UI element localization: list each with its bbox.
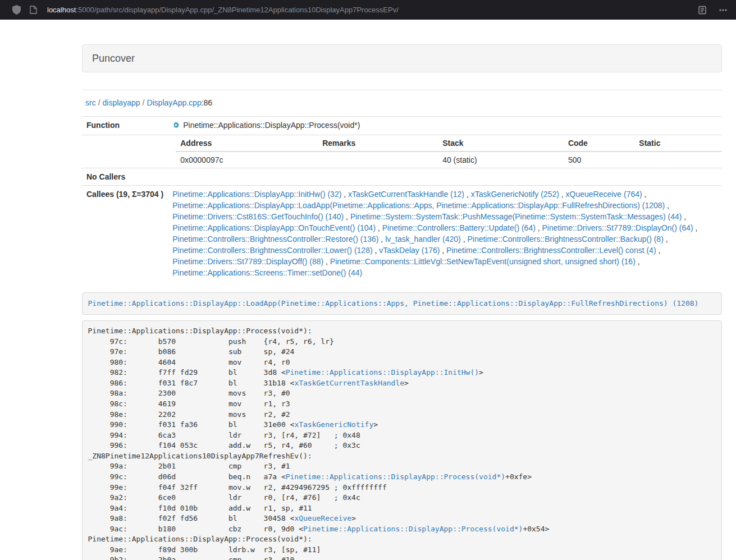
callee-link[interactable]: xQueueReceive (764) — [566, 190, 642, 199]
detail-header-address: Address — [176, 135, 318, 152]
callee-link[interactable]: Pinetime::Drivers::Cst816S::GetTouchInfo… — [172, 212, 344, 221]
no-callers-row: No Callers — [82, 168, 722, 186]
content: Puncover src/displayapp/DisplayApp.cpp:8… — [82, 44, 722, 560]
callee-link[interactable]: Pinetime::System::SystemTask::PushMessag… — [350, 212, 682, 221]
callee-link[interactable]: Pinetime::Drivers::St7789::DisplayOn() (… — [542, 223, 693, 232]
browser-topbar: localhost:5000/path/src/displayapp/Displ… — [0, 0, 736, 20]
callees-list: Pinetime::Applications::DisplayApp::Init… — [168, 186, 722, 282]
callee-link[interactable]: Pinetime::Drivers::St7789::DisplayOff() … — [172, 257, 323, 266]
no-callers-cell — [168, 168, 722, 186]
callees-label: Callees (19, Σ=3704 ) — [82, 186, 168, 282]
highlighted-callee-link[interactable]: Pinetime::Applications::DisplayApp::Load… — [88, 299, 699, 307]
breadcrumb-separator: / — [143, 98, 145, 107]
callee-link[interactable]: xTaskGenericNotify (252) — [471, 190, 559, 199]
callee-link[interactable]: vTaskDelay (176) — [379, 246, 440, 255]
shield-icon[interactable] — [12, 5, 21, 15]
detail-code: 500 — [564, 152, 634, 168]
callee-link[interactable]: Pinetime::Controllers::BrightnessControl… — [172, 235, 378, 244]
asm-symbol-link[interactable]: Pinetime::Applications::DisplayApp::Proc… — [303, 525, 523, 533]
asm-symbol-link[interactable]: Pinetime::Applications::DisplayApp::Proc… — [286, 472, 505, 481]
callee-link[interactable]: Pinetime::Applications::DisplayApp::Load… — [172, 201, 665, 210]
callee-link[interactable]: Pinetime::Controllers::Battery::Update()… — [382, 223, 536, 232]
breadcrumb: src/displayapp/DisplayApp.cpp:86 — [85, 98, 722, 107]
highlighted-callee-panel: Pinetime::Applications::DisplayApp::Load… — [82, 292, 722, 315]
detail-static — [634, 152, 722, 168]
detail-header-stack: Stack — [438, 135, 564, 152]
breadcrumb-link-file[interactable]: DisplayApp.cpp — [147, 98, 201, 107]
breadcrumb-line-number: :86 — [202, 98, 212, 107]
callee-link[interactable]: xTaskGetCurrentTaskHandle (12) — [348, 190, 464, 199]
function-row-label: Function — [82, 117, 168, 135]
callee-link[interactable]: lv_task_handler (420) — [385, 235, 461, 244]
detail-header-remarks: Remarks — [318, 135, 438, 152]
app-header: Puncover — [82, 44, 722, 72]
detail-stack: 40 (static) — [438, 152, 564, 168]
address-bar[interactable]: localhost:5000/path/src/displayapp/Displ… — [47, 6, 687, 14]
detail-row-spacer — [82, 135, 168, 168]
disassembly: Pinetime::Applications::DisplayApp::Proc… — [82, 320, 722, 560]
url-path: :5000/path/src/displayapp/DisplayApp.cpp… — [76, 6, 399, 14]
callee-link[interactable]: Pinetime::Applications::DisplayApp::OnTo… — [172, 223, 376, 232]
callee-link[interactable]: Pinetime::Controllers::BrightnessControl… — [172, 246, 372, 255]
breadcrumb-link-displayapp[interactable]: displayapp — [103, 98, 140, 107]
callee-link[interactable]: Pinetime::Components::LittleVgl::SetNewT… — [330, 257, 636, 266]
divider — [82, 90, 722, 90]
callee-link[interactable]: Pinetime::Applications::Screens::Timer::… — [172, 268, 362, 277]
reader-mode-icon[interactable] — [698, 6, 707, 15]
callees-row: Callees (19, Σ=3704 ) Pinetime::Applicat… — [82, 186, 722, 282]
callee-link[interactable]: Pinetime::Controllers::BrightnessControl… — [446, 246, 656, 255]
breadcrumb-separator: / — [98, 98, 100, 107]
detail-table: Address Remarks Stack Code Static 0x0000… — [176, 135, 722, 168]
asm-symbol-link[interactable]: xQueueReceive — [294, 514, 351, 522]
detail-address: 0x0000097c — [176, 152, 318, 168]
detail-header-code: Code — [564, 135, 634, 152]
breadcrumb-link-src[interactable]: src — [85, 98, 96, 107]
detail-header-row: Address Remarks Stack Code Static — [176, 135, 722, 152]
detail-cell: Address Remarks Stack Code Static 0x0000… — [168, 135, 722, 168]
detail-remarks — [318, 152, 438, 168]
app-brand[interactable]: Puncover — [92, 53, 135, 65]
callee-link[interactable]: Pinetime::Controllers::BrightnessControl… — [467, 235, 663, 244]
callee-link[interactable]: Pinetime::Applications::DisplayApp::Init… — [172, 190, 341, 199]
detail-data-row: 0x0000097c 40 (static) 500 — [176, 152, 722, 168]
asm-symbol-link[interactable]: xTaskGetCurrentTaskHandle — [294, 379, 404, 387]
function-row: Function Pinetime::Applications::Display… — [82, 117, 722, 135]
url-host: localhost — [47, 6, 76, 14]
asm-symbol-link[interactable]: Pinetime::Applications::DisplayApp::Init… — [286, 368, 479, 377]
no-callers-label: No Callers — [82, 168, 168, 186]
function-name-cell: Pinetime::Applications::DisplayApp::Proc… — [168, 117, 722, 135]
page-icon — [30, 6, 37, 14]
detail-header-static: Static — [634, 135, 722, 152]
menu-icon[interactable] — [718, 5, 728, 15]
function-table: Function Pinetime::Applications::Display… — [82, 116, 722, 281]
function-type-icon — [172, 121, 180, 132]
function-name: Pinetime::Applications::DisplayApp::Proc… — [183, 121, 360, 130]
detail-row: Address Remarks Stack Code Static 0x0000… — [82, 135, 722, 168]
asm-symbol-link[interactable]: xTaskGenericNotify — [294, 420, 373, 429]
